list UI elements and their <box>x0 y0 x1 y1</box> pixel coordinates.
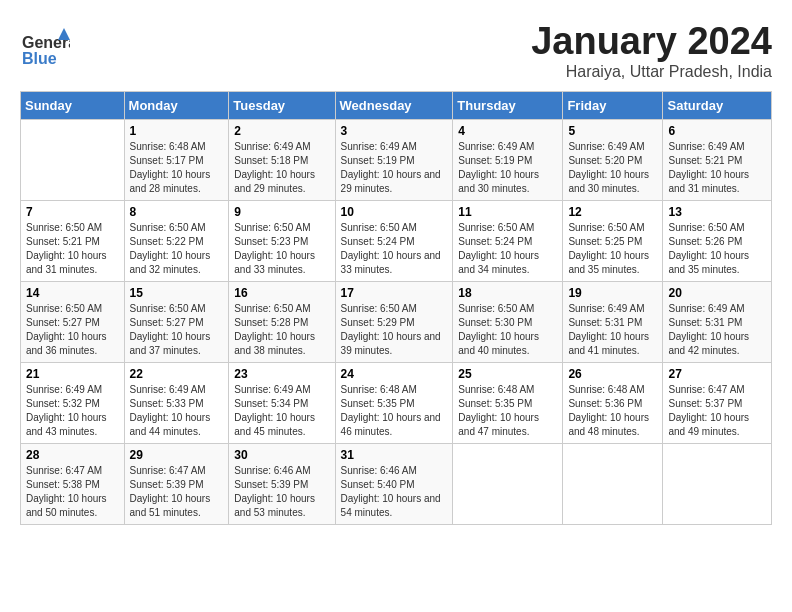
day-number: 24 <box>341 367 448 381</box>
calendar-cell: 16Sunrise: 6:50 AMSunset: 5:28 PMDayligh… <box>229 282 335 363</box>
calendar-cell: 31Sunrise: 6:46 AMSunset: 5:40 PMDayligh… <box>335 444 453 525</box>
day-info: Sunrise: 6:50 AMSunset: 5:25 PMDaylight:… <box>568 221 657 277</box>
calendar-cell: 1Sunrise: 6:48 AMSunset: 5:17 PMDaylight… <box>124 120 229 201</box>
weekday-header-row: SundayMondayTuesdayWednesdayThursdayFrid… <box>21 92 772 120</box>
calendar-cell: 3Sunrise: 6:49 AMSunset: 5:19 PMDaylight… <box>335 120 453 201</box>
day-number: 7 <box>26 205 119 219</box>
day-info: Sunrise: 6:47 AMSunset: 5:39 PMDaylight:… <box>130 464 224 520</box>
logo: General Blue <box>20 20 74 70</box>
day-info: Sunrise: 6:48 AMSunset: 5:35 PMDaylight:… <box>458 383 557 439</box>
day-info: Sunrise: 6:49 AMSunset: 5:20 PMDaylight:… <box>568 140 657 196</box>
day-number: 23 <box>234 367 329 381</box>
calendar-cell: 8Sunrise: 6:50 AMSunset: 5:22 PMDaylight… <box>124 201 229 282</box>
day-number: 18 <box>458 286 557 300</box>
day-info: Sunrise: 6:49 AMSunset: 5:19 PMDaylight:… <box>458 140 557 196</box>
calendar-cell: 6Sunrise: 6:49 AMSunset: 5:21 PMDaylight… <box>663 120 772 201</box>
day-info: Sunrise: 6:49 AMSunset: 5:33 PMDaylight:… <box>130 383 224 439</box>
calendar-cell: 9Sunrise: 6:50 AMSunset: 5:23 PMDaylight… <box>229 201 335 282</box>
day-number: 25 <box>458 367 557 381</box>
calendar-cell: 12Sunrise: 6:50 AMSunset: 5:25 PMDayligh… <box>563 201 663 282</box>
weekday-header-wednesday: Wednesday <box>335 92 453 120</box>
day-info: Sunrise: 6:48 AMSunset: 5:35 PMDaylight:… <box>341 383 448 439</box>
day-info: Sunrise: 6:48 AMSunset: 5:17 PMDaylight:… <box>130 140 224 196</box>
calendar-cell: 2Sunrise: 6:49 AMSunset: 5:18 PMDaylight… <box>229 120 335 201</box>
calendar-cell: 22Sunrise: 6:49 AMSunset: 5:33 PMDayligh… <box>124 363 229 444</box>
calendar-cell: 19Sunrise: 6:49 AMSunset: 5:31 PMDayligh… <box>563 282 663 363</box>
day-number: 2 <box>234 124 329 138</box>
calendar-subtitle: Haraiya, Uttar Pradesh, India <box>531 63 772 81</box>
weekday-header-friday: Friday <box>563 92 663 120</box>
weekday-header-monday: Monday <box>124 92 229 120</box>
day-info: Sunrise: 6:49 AMSunset: 5:34 PMDaylight:… <box>234 383 329 439</box>
day-number: 21 <box>26 367 119 381</box>
calendar-cell <box>21 120 125 201</box>
day-number: 26 <box>568 367 657 381</box>
calendar-cell: 25Sunrise: 6:48 AMSunset: 5:35 PMDayligh… <box>453 363 563 444</box>
day-number: 6 <box>668 124 766 138</box>
day-number: 12 <box>568 205 657 219</box>
calendar-cell: 15Sunrise: 6:50 AMSunset: 5:27 PMDayligh… <box>124 282 229 363</box>
day-number: 14 <box>26 286 119 300</box>
weekday-header-thursday: Thursday <box>453 92 563 120</box>
day-info: Sunrise: 6:50 AMSunset: 5:22 PMDaylight:… <box>130 221 224 277</box>
calendar-cell: 30Sunrise: 6:46 AMSunset: 5:39 PMDayligh… <box>229 444 335 525</box>
calendar-cell: 11Sunrise: 6:50 AMSunset: 5:24 PMDayligh… <box>453 201 563 282</box>
day-number: 1 <box>130 124 224 138</box>
day-info: Sunrise: 6:49 AMSunset: 5:18 PMDaylight:… <box>234 140 329 196</box>
day-info: Sunrise: 6:49 AMSunset: 5:31 PMDaylight:… <box>568 302 657 358</box>
calendar-cell <box>663 444 772 525</box>
calendar-week-row: 28Sunrise: 6:47 AMSunset: 5:38 PMDayligh… <box>21 444 772 525</box>
day-info: Sunrise: 6:47 AMSunset: 5:38 PMDaylight:… <box>26 464 119 520</box>
calendar-week-row: 14Sunrise: 6:50 AMSunset: 5:27 PMDayligh… <box>21 282 772 363</box>
day-info: Sunrise: 6:50 AMSunset: 5:24 PMDaylight:… <box>458 221 557 277</box>
day-number: 16 <box>234 286 329 300</box>
day-number: 15 <box>130 286 224 300</box>
calendar-cell: 28Sunrise: 6:47 AMSunset: 5:38 PMDayligh… <box>21 444 125 525</box>
weekday-header-saturday: Saturday <box>663 92 772 120</box>
calendar-cell: 13Sunrise: 6:50 AMSunset: 5:26 PMDayligh… <box>663 201 772 282</box>
calendar-cell: 24Sunrise: 6:48 AMSunset: 5:35 PMDayligh… <box>335 363 453 444</box>
page-header: General Blue January 2024 Haraiya, Uttar… <box>20 20 772 81</box>
weekday-header-tuesday: Tuesday <box>229 92 335 120</box>
day-info: Sunrise: 6:46 AMSunset: 5:40 PMDaylight:… <box>341 464 448 520</box>
day-number: 13 <box>668 205 766 219</box>
day-info: Sunrise: 6:50 AMSunset: 5:27 PMDaylight:… <box>130 302 224 358</box>
day-number: 19 <box>568 286 657 300</box>
calendar-week-row: 1Sunrise: 6:48 AMSunset: 5:17 PMDaylight… <box>21 120 772 201</box>
day-info: Sunrise: 6:48 AMSunset: 5:36 PMDaylight:… <box>568 383 657 439</box>
svg-text:Blue: Blue <box>22 50 57 67</box>
day-info: Sunrise: 6:50 AMSunset: 5:30 PMDaylight:… <box>458 302 557 358</box>
day-info: Sunrise: 6:49 AMSunset: 5:31 PMDaylight:… <box>668 302 766 358</box>
day-number: 20 <box>668 286 766 300</box>
day-number: 29 <box>130 448 224 462</box>
day-number: 27 <box>668 367 766 381</box>
calendar-week-row: 7Sunrise: 6:50 AMSunset: 5:21 PMDaylight… <box>21 201 772 282</box>
calendar-cell: 7Sunrise: 6:50 AMSunset: 5:21 PMDaylight… <box>21 201 125 282</box>
day-info: Sunrise: 6:47 AMSunset: 5:37 PMDaylight:… <box>668 383 766 439</box>
calendar-cell: 27Sunrise: 6:47 AMSunset: 5:37 PMDayligh… <box>663 363 772 444</box>
day-info: Sunrise: 6:50 AMSunset: 5:28 PMDaylight:… <box>234 302 329 358</box>
day-number: 4 <box>458 124 557 138</box>
day-number: 9 <box>234 205 329 219</box>
calendar-cell: 4Sunrise: 6:49 AMSunset: 5:19 PMDaylight… <box>453 120 563 201</box>
calendar-cell: 29Sunrise: 6:47 AMSunset: 5:39 PMDayligh… <box>124 444 229 525</box>
day-info: Sunrise: 6:49 AMSunset: 5:21 PMDaylight:… <box>668 140 766 196</box>
day-number: 8 <box>130 205 224 219</box>
day-number: 5 <box>568 124 657 138</box>
day-number: 3 <box>341 124 448 138</box>
day-number: 28 <box>26 448 119 462</box>
calendar-title: January 2024 <box>531 20 772 63</box>
calendar-cell: 26Sunrise: 6:48 AMSunset: 5:36 PMDayligh… <box>563 363 663 444</box>
calendar-cell: 10Sunrise: 6:50 AMSunset: 5:24 PMDayligh… <box>335 201 453 282</box>
day-number: 30 <box>234 448 329 462</box>
day-info: Sunrise: 6:49 AMSunset: 5:19 PMDaylight:… <box>341 140 448 196</box>
calendar-cell: 5Sunrise: 6:49 AMSunset: 5:20 PMDaylight… <box>563 120 663 201</box>
calendar-cell: 23Sunrise: 6:49 AMSunset: 5:34 PMDayligh… <box>229 363 335 444</box>
day-number: 22 <box>130 367 224 381</box>
day-info: Sunrise: 6:50 AMSunset: 5:24 PMDaylight:… <box>341 221 448 277</box>
calendar-cell: 17Sunrise: 6:50 AMSunset: 5:29 PMDayligh… <box>335 282 453 363</box>
calendar-cell: 18Sunrise: 6:50 AMSunset: 5:30 PMDayligh… <box>453 282 563 363</box>
day-info: Sunrise: 6:46 AMSunset: 5:39 PMDaylight:… <box>234 464 329 520</box>
day-info: Sunrise: 6:50 AMSunset: 5:29 PMDaylight:… <box>341 302 448 358</box>
day-info: Sunrise: 6:50 AMSunset: 5:23 PMDaylight:… <box>234 221 329 277</box>
